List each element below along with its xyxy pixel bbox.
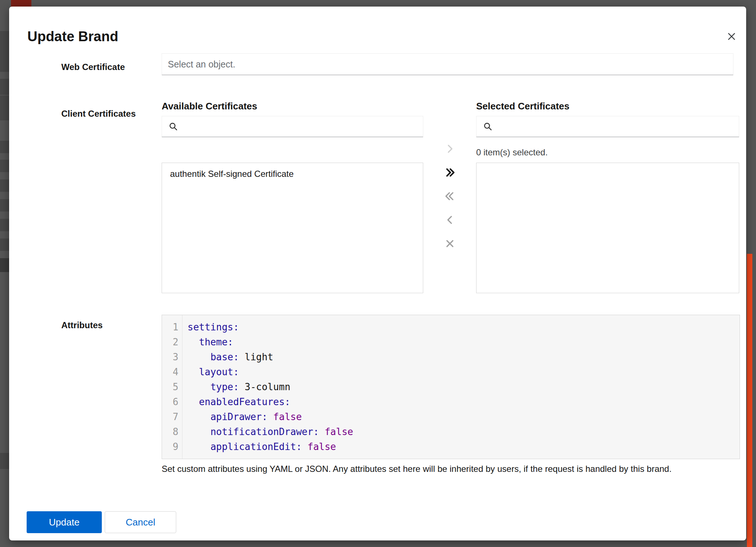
code-line: notificationDrawer: false	[188, 424, 740, 439]
selected-status: 0 item(s) selected.	[476, 147, 548, 158]
available-search-input[interactable]	[183, 116, 416, 137]
code-line: type: 3-column	[188, 380, 740, 395]
background-sidebar-hint	[0, 96, 9, 120]
line-number: 2	[173, 335, 182, 350]
line-number: 9	[173, 439, 182, 454]
dual-select-controls	[441, 141, 459, 251]
selected-search-input[interactable]	[498, 116, 732, 137]
certificate-option[interactable]: authentik Self-signed Certificate	[162, 163, 423, 185]
move-all-right-button[interactable]	[443, 165, 457, 180]
background-sidebar-hint	[0, 219, 9, 231]
code-line: theme:	[188, 335, 740, 350]
available-certificates-title: Available Certificates	[162, 101, 257, 112]
attributes-label: Attributes	[61, 320, 103, 330]
background-notification-stripe	[747, 254, 752, 547]
move-all-left-button[interactable]	[443, 189, 457, 203]
code-lines: settings: theme: base: light layout: typ…	[182, 315, 740, 459]
background-sidebar-hint	[0, 199, 9, 212]
times-icon	[444, 238, 456, 249]
background-sidebar-hint	[0, 160, 9, 172]
modal-title: Update Brand	[27, 29, 118, 44]
code-line: applicationEdit: false	[188, 439, 740, 454]
angle-double-left-icon	[444, 190, 456, 202]
background-sidebar-hint	[0, 141, 9, 153]
line-number: 1	[173, 320, 182, 335]
background-sidebar-hint	[0, 258, 9, 272]
code-line: settings:	[188, 320, 740, 335]
client-certificates-label: Client Certificates	[61, 109, 136, 119]
background-sidebar-hint	[0, 238, 9, 251]
web-certificate-placeholder: Select an object.	[168, 59, 235, 70]
web-certificate-select[interactable]: Select an object.	[162, 53, 733, 75]
code-gutter: 123456789	[162, 315, 182, 459]
line-number: 8	[173, 424, 182, 439]
selected-list[interactable]	[476, 163, 739, 293]
search-icon	[169, 122, 178, 131]
angle-double-right-icon	[444, 167, 456, 178]
move-selected-left-button[interactable]	[443, 213, 457, 227]
attributes-help-text: Set custom attributes using YAML or JSON…	[162, 464, 740, 474]
cancel-button[interactable]: Cancel	[105, 511, 176, 533]
line-number: 3	[173, 350, 182, 365]
available-list[interactable]: authentik Self-signed Certificate	[162, 163, 423, 293]
code-line: apiDrawer: false	[188, 410, 740, 424]
line-number: 5	[173, 380, 182, 395]
background-sidebar-hint	[0, 79, 9, 95]
web-certificate-label: Web Certificate	[61, 62, 125, 72]
page-backdrop: Update Brand Web Certificate Select an o…	[0, 0, 756, 547]
line-number: 7	[173, 410, 182, 424]
background-sidebar-hint	[0, 179, 9, 192]
line-number: 6	[173, 395, 182, 410]
code-line: layout:	[188, 365, 740, 380]
attributes-code-editor[interactable]: 123456789 settings: theme: base: light l…	[162, 315, 740, 459]
update-button[interactable]: Update	[27, 511, 102, 533]
update-brand-modal: Update Brand Web Certificate Select an o…	[9, 7, 746, 540]
background-sidebar-hint	[0, 31, 9, 72]
code-line: base: light	[188, 350, 740, 365]
close-icon	[726, 31, 737, 42]
selected-search	[476, 116, 739, 137]
background-header-accent	[11, 0, 31, 7]
close-button[interactable]	[724, 28, 740, 44]
angle-right-icon	[444, 143, 456, 155]
background-sidebar-hint	[0, 453, 9, 469]
angle-left-icon	[444, 214, 456, 226]
selected-certificates-title: Selected Certificates	[476, 101, 570, 112]
available-search	[162, 116, 423, 137]
code-line: enabledFeatures:	[188, 395, 740, 410]
search-icon	[483, 122, 493, 131]
line-number: 4	[173, 365, 182, 380]
move-selected-right-button[interactable]	[443, 141, 457, 156]
clear-selection-button[interactable]	[443, 236, 457, 251]
